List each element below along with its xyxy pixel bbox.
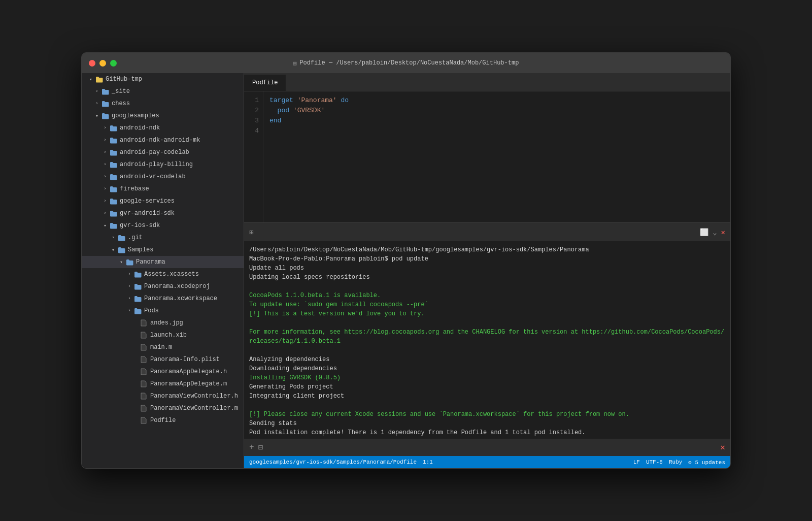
- minimize-button[interactable]: [99, 60, 106, 67]
- terminal-close-button[interactable]: ✕: [721, 228, 725, 237]
- code-area[interactable]: 1 2 3 4 target 'Panorama' do pod 'GVRSDK…: [244, 91, 730, 222]
- sidebar-item-git[interactable]: .git: [82, 232, 244, 244]
- app-window: ▤ Podfile — /Users/pabloin/Desktop/NoCue…: [81, 52, 731, 469]
- sidebar-item-xcworkspace[interactable]: Panorama.xcworkspace: [82, 292, 244, 305]
- item-label: google-services: [120, 198, 175, 205]
- sidebar-item-pods[interactable]: Pods: [82, 305, 244, 317]
- tab-podfile[interactable]: Podfile: [244, 75, 286, 91]
- arrow-icon: [102, 198, 108, 204]
- sidebar-item-app-delegate-m[interactable]: PanoramaAppDelegate.m: [82, 378, 244, 390]
- terminal-line: [249, 282, 725, 291]
- sidebar-item-android-ndk[interactable]: android-ndk: [82, 122, 244, 134]
- sidebar-item-gvr-ios[interactable]: gvr-ios-sdk: [82, 219, 244, 232]
- status-encoding[interactable]: UTF-8: [646, 459, 663, 465]
- terminal-line: Installing GVRSDK (0.8.5): [249, 373, 725, 382]
- arrow-icon: [126, 308, 132, 314]
- code-content[interactable]: target 'Panorama' do pod 'GVRSDK' end: [263, 91, 730, 222]
- folder-icon: [117, 247, 125, 253]
- close-button[interactable]: [89, 60, 95, 67]
- status-updates[interactable]: ⊙ 5 updates: [688, 459, 725, 466]
- sidebar-item-panorama[interactable]: Panorama: [82, 256, 244, 268]
- arrow-icon: [94, 88, 100, 94]
- arrow-icon: [132, 393, 139, 399]
- sidebar-item-android-pay[interactable]: android-pay-codelab: [82, 146, 244, 158]
- arrow-icon: [102, 161, 108, 168]
- arrow-icon: [102, 125, 108, 131]
- keyword-do: do: [341, 96, 349, 104]
- line-num: 3: [244, 116, 259, 126]
- keyword-target: target: [269, 96, 293, 104]
- sidebar-item-info-plist[interactable]: Panorama-Info.plist: [82, 353, 244, 366]
- terminal-line: For more information, see https://blog.c…: [249, 328, 725, 346]
- terminal-controls: ⬜ ⌄ ✕: [700, 228, 725, 237]
- terminal-expand-button[interactable]: ⬜: [700, 228, 708, 237]
- status-line-ending[interactable]: LF: [633, 459, 640, 465]
- sidebar-item-googlesamples[interactable]: googlesamples: [82, 110, 244, 122]
- item-label: android-ndk: [120, 124, 160, 132]
- folder-icon: [125, 259, 133, 266]
- sidebar-item-view-controller-m[interactable]: PanoramaViewController.m: [82, 402, 244, 414]
- sidebar-item-android-play-billing[interactable]: android-play-billing: [82, 158, 244, 171]
- terminal-line: [249, 318, 725, 328]
- file-icon: [140, 393, 148, 400]
- terminal-line: To update use: `sudo gem install cocoapo…: [249, 300, 725, 309]
- arrow-icon: [102, 149, 108, 155]
- item-label: Assets.xcassets: [144, 271, 199, 278]
- item-label: .git: [128, 234, 143, 241]
- sidebar-item-android-ndk-mk[interactable]: android-ndk-android-mk: [82, 134, 244, 146]
- line-num: 2: [244, 106, 259, 116]
- terminal-footer-close-button[interactable]: ✕: [720, 442, 725, 452]
- terminal-line: Updating local specs repositories: [249, 273, 725, 282]
- file-icon: ▤: [293, 60, 297, 67]
- item-label: Panorama-Info.plist: [150, 356, 220, 363]
- sidebar-item-samples[interactable]: Samples: [82, 244, 244, 256]
- arrow-icon: [88, 76, 94, 82]
- arrow-icon: [102, 210, 108, 216]
- sidebar-item-site[interactable]: _site: [82, 85, 244, 97]
- folder-icon: [109, 137, 117, 144]
- folder-icon: [133, 296, 142, 302]
- maximize-button[interactable]: [110, 60, 117, 67]
- terminal-line: [249, 401, 725, 410]
- arrow-icon: [132, 405, 139, 411]
- file-icon: [140, 332, 148, 339]
- sidebar-item-xcodeproj[interactable]: Panorama.xcodeproj: [82, 280, 244, 292]
- terminal-panel-button[interactable]: ⊟: [258, 442, 263, 452]
- sidebar-item-google-services[interactable]: google-services: [82, 195, 244, 207]
- line-num: 1: [244, 95, 259, 106]
- terminal-add-button[interactable]: +: [249, 443, 254, 452]
- sidebar-root[interactable]: GitHub-tmp: [82, 73, 244, 85]
- arrow-icon: [132, 356, 139, 363]
- sidebar-item-podfile[interactable]: Podfile: [82, 414, 244, 427]
- status-language[interactable]: Ruby: [669, 459, 682, 465]
- string-gvrsdk: 'GVRSDK': [293, 107, 325, 114]
- sidebar-item-andes-jpg[interactable]: andes.jpg: [82, 317, 244, 329]
- terminal-line: Generating Pods project: [249, 382, 725, 392]
- sidebar-item-launch-xib[interactable]: launch.xib: [82, 329, 244, 341]
- item-label: gvr-android-sdk: [120, 210, 175, 217]
- arrow-icon: [126, 271, 132, 277]
- file-icon: [140, 417, 148, 424]
- item-label: Panorama.xcworkspace: [144, 295, 217, 302]
- file-icon: [140, 319, 148, 327]
- folder-icon: [109, 174, 117, 180]
- item-label: launch.xib: [150, 332, 187, 339]
- item-label: main.m: [150, 344, 172, 351]
- folder-icon: [109, 186, 117, 192]
- terminal-body[interactable]: /Users/pabloin/Desktop/NoCuestaNada/Mob/…: [244, 241, 730, 439]
- sidebar-item-chess[interactable]: chess: [82, 97, 244, 110]
- sidebar-item-view-controller-h[interactable]: PanoramaViewController.h: [82, 390, 244, 402]
- terminal-line: Analyzing dependencies: [249, 355, 725, 364]
- sidebar-item-app-delegate-h[interactable]: PanoramaAppDelegate.h: [82, 366, 244, 378]
- arrow-icon: [132, 344, 139, 350]
- sidebar-item-main-m[interactable]: main.m: [82, 341, 244, 353]
- sidebar-item-android-vr[interactable]: android-vr-codelab: [82, 171, 244, 183]
- sidebar-item-gvr-android[interactable]: gvr-android-sdk: [82, 207, 244, 219]
- editor-area: Podfile 1 2 3 4 target 'Panorama' do pod…: [244, 73, 730, 468]
- arrow-icon: [102, 186, 108, 192]
- sidebar-item-firebase[interactable]: firebase: [82, 183, 244, 195]
- arrow-icon: [102, 174, 108, 180]
- terminal-chevron-button[interactable]: ⌄: [713, 228, 717, 237]
- main-area: GitHub-tmp _site: [82, 73, 730, 468]
- sidebar-item-assets[interactable]: Assets.xcassets: [82, 268, 244, 280]
